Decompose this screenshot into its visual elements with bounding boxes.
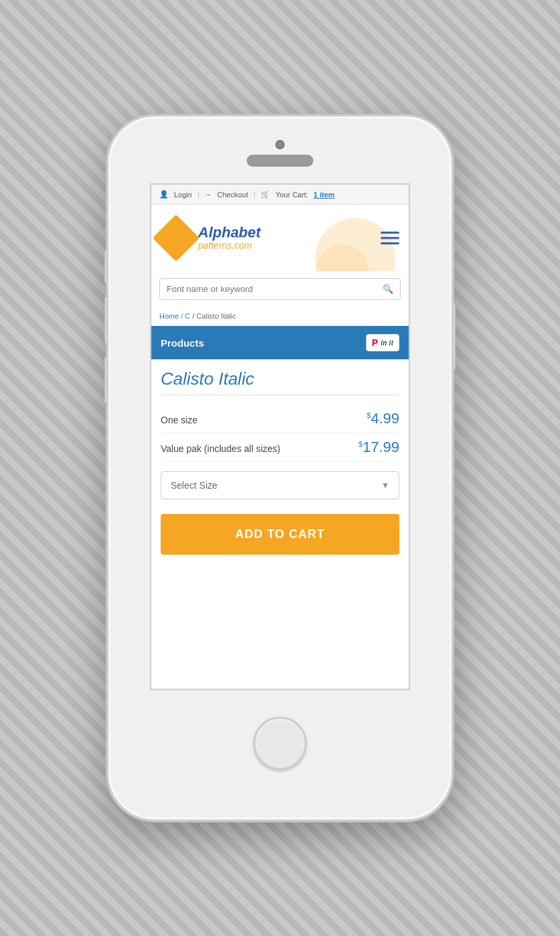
login-link[interactable]: Login bbox=[174, 191, 192, 199]
breadcrumb-sep-1: / bbox=[181, 312, 183, 320]
breadcrumb-sep-2: / bbox=[193, 312, 195, 320]
side-button-power bbox=[451, 303, 455, 370]
logo-text: Alphabet patterns.com bbox=[198, 225, 261, 251]
breadcrumb-home[interactable]: Home bbox=[159, 312, 179, 320]
phone-mockup: 👤 Login | → Checkout | 🛒 Your Cart: 1 it… bbox=[107, 115, 453, 821]
search-icon: 🔍 bbox=[383, 284, 393, 294]
screen-content: 👤 Login | → Checkout | 🛒 Your Cart: 1 it… bbox=[151, 185, 409, 689]
breadcrumb-current: Calisto Italic bbox=[197, 312, 236, 320]
add-to-cart-button[interactable]: ADD TO CART bbox=[161, 514, 399, 555]
product-content: Calisto Italic One size $4.99 Value pak … bbox=[151, 359, 409, 564]
phone-screen: 👤 Login | → Checkout | 🛒 Your Cart: 1 it… bbox=[150, 183, 410, 690]
price-one-size-value: $4.99 bbox=[367, 410, 399, 427]
phone-bottom bbox=[109, 690, 451, 797]
phone-top bbox=[109, 117, 451, 183]
logo-patterns: patterns.com bbox=[198, 240, 261, 251]
front-camera bbox=[275, 140, 285, 149]
speaker bbox=[247, 155, 313, 167]
hamburger-menu[interactable] bbox=[381, 232, 399, 245]
products-title: Products bbox=[161, 337, 204, 349]
product-divider bbox=[161, 395, 399, 395]
separator-1: | bbox=[197, 191, 199, 199]
chevron-down-icon: ▼ bbox=[381, 481, 389, 490]
arrow-icon: → bbox=[205, 191, 212, 199]
side-button-mute bbox=[105, 250, 109, 283]
select-label: Select Size bbox=[171, 480, 217, 491]
pin-it-button[interactable]: P in it bbox=[366, 334, 399, 351]
cart-count[interactable]: 1 item bbox=[313, 191, 335, 199]
product-name: Calisto Italic bbox=[161, 369, 399, 389]
breadcrumb: Home / C / Calisto Italic bbox=[151, 307, 409, 326]
price-row-one-size: One size $4.99 bbox=[161, 405, 399, 433]
search-bar: 🔍 bbox=[151, 271, 409, 307]
logo-alphabet: Alphabet bbox=[198, 225, 261, 240]
top-bar: 👤 Login | → Checkout | 🛒 Your Cart: 1 it… bbox=[151, 185, 409, 205]
price-value-pak-label: Value pak (includes all sizes) bbox=[161, 443, 281, 454]
products-header: Products P in it bbox=[151, 326, 409, 359]
cart-label: Your Cart: bbox=[275, 191, 308, 199]
logo[interactable]: Alphabet patterns.com bbox=[159, 221, 261, 255]
pin-it-text: in it bbox=[381, 338, 393, 348]
select-size[interactable]: Select Size ▼ bbox=[161, 471, 399, 499]
header: Alphabet patterns.com bbox=[151, 205, 409, 271]
side-button-vol-up bbox=[105, 297, 109, 343]
cart-icon: 🛒 bbox=[261, 190, 270, 199]
logo-diamond bbox=[153, 215, 200, 262]
hamburger-line-1 bbox=[381, 232, 399, 234]
hamburger-line-2 bbox=[381, 237, 399, 239]
price-value-pak-value: $17.99 bbox=[359, 439, 399, 456]
checkout-link[interactable]: Checkout bbox=[217, 191, 248, 199]
home-button[interactable] bbox=[253, 717, 307, 770]
price-row-value-pak: Value pak (includes all sizes) $17.99 bbox=[161, 433, 399, 462]
price-one-size-label: One size bbox=[161, 415, 197, 425]
separator-2: | bbox=[253, 191, 255, 199]
search-container[interactable]: 🔍 bbox=[159, 278, 401, 300]
hamburger-line-3 bbox=[381, 243, 399, 245]
side-button-vol-down bbox=[105, 357, 109, 403]
breadcrumb-c[interactable]: C bbox=[185, 312, 191, 320]
search-input[interactable] bbox=[167, 284, 383, 294]
pin-it-p: P bbox=[372, 337, 378, 348]
person-icon: 👤 bbox=[159, 190, 169, 199]
